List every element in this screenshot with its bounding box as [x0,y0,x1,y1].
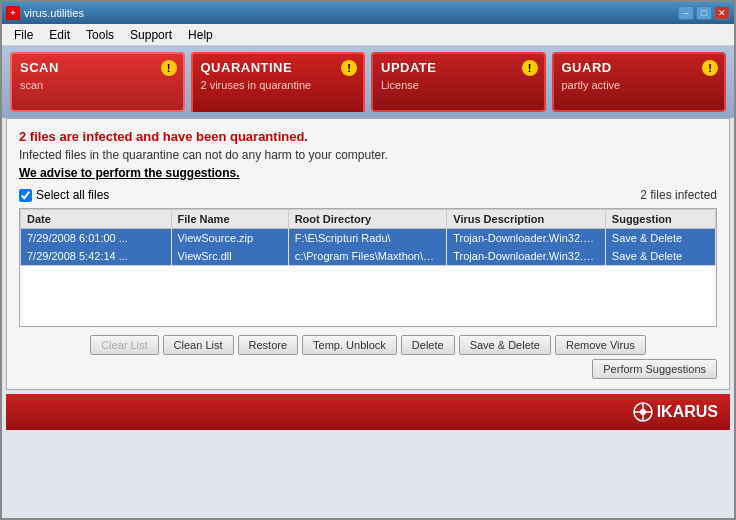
button-row-1: Clear List Clean List Restore Temp. Unbl… [19,335,717,355]
table-header-row: Date File Name Root Directory Virus Desc… [21,210,716,229]
nav-panel: SCAN scan ! QUARANTINE 2 viruses in quar… [2,46,734,118]
col-date: Date [21,210,172,229]
table-row[interactable]: 7/29/2008 6:01:00 ... ViewSource.zip F:\… [21,229,716,248]
menu-help[interactable]: Help [180,26,221,44]
delete-button[interactable]: Delete [401,335,455,355]
table-row[interactable]: 7/29/2008 5:42:14 ... ViewSrc.dll c:\Pro… [21,247,716,266]
menu-file[interactable]: File [6,26,41,44]
content-area: 2 files are infected and have been quara… [6,118,730,390]
save-delete-button[interactable]: Save & Delete [459,335,551,355]
bottom-bar: IKARUS [6,394,730,430]
cell-virus: Trojan-Downloader.Win32.Age... [447,229,606,248]
app-icon: + [6,6,20,20]
select-all-label[interactable]: Select all files [19,188,109,202]
ikarus-brand: IKARUS [633,402,718,422]
select-row: Select all files 2 files infected [19,188,717,202]
window-title: virus.utilities [24,7,84,19]
col-virus: Virus Description [447,210,606,229]
guard-title: GUARD [562,60,717,75]
table-empty-space [20,266,716,326]
nav-card-guard[interactable]: GUARD partly active ! [552,52,727,112]
title-bar-left: + virus.utilities [6,6,84,20]
update-subtitle: License [381,79,536,91]
quarantine-warn-icon: ! [341,60,357,76]
ikarus-name: IKARUS [657,403,718,421]
update-warn-icon: ! [522,60,538,76]
select-all-checkbox[interactable] [19,189,32,202]
col-filename: File Name [171,210,288,229]
top-area: SCAN scan ! QUARANTINE 2 viruses in quar… [2,46,734,118]
alert-line2: Infected files in the quarantine can not… [19,148,717,162]
clear-list-button[interactable]: Clear List [90,335,158,355]
menu-tools[interactable]: Tools [78,26,122,44]
ikarus-logo-icon [633,402,653,422]
minimize-button[interactable]: – [678,6,694,20]
cell-suggestion: Save & Delete [605,229,715,248]
button-row-2: Perform Suggestions [19,359,717,379]
select-all-text: Select all files [36,188,109,202]
scan-warn-icon: ! [161,60,177,76]
remove-virus-button[interactable]: Remove Virus [555,335,646,355]
guard-subtitle: partly active [562,79,717,91]
maximize-button[interactable]: □ [696,6,712,20]
close-button[interactable]: ✕ [714,6,730,20]
advise-text: We advise to perform the suggestions. [19,166,717,180]
cell-date: 7/29/2008 5:42:14 ... [21,247,172,266]
nav-card-quarantine[interactable]: QUARANTINE 2 viruses in quarantine ! [191,52,366,112]
title-bar: + virus.utilities – □ ✕ [2,2,734,24]
menu-support[interactable]: Support [122,26,180,44]
temp-unblock-button[interactable]: Temp. Unblock [302,335,397,355]
nav-card-update[interactable]: UPDATE License ! [371,52,546,112]
file-table: Date File Name Root Directory Virus Desc… [20,209,716,266]
alert-line1: 2 files are infected and have been quara… [19,129,717,144]
quarantine-title: QUARANTINE [201,60,356,75]
files-infected-count: 2 files infected [640,188,717,202]
title-bar-controls: – □ ✕ [678,6,730,20]
col-root: Root Directory [288,210,447,229]
nav-card-scan[interactable]: SCAN scan ! [10,52,185,112]
cell-filename: ViewSource.zip [171,229,288,248]
scan-subtitle: scan [20,79,175,91]
cell-root: F:\E\Scripturi Radu\ [288,229,447,248]
menu-edit[interactable]: Edit [41,26,78,44]
guard-warn-icon: ! [702,60,718,76]
perform-suggestions-button[interactable]: Perform Suggestions [592,359,717,379]
cell-filename: ViewSrc.dll [171,247,288,266]
scan-title: SCAN [20,60,175,75]
cell-suggestion: Save & Delete [605,247,715,266]
col-suggestion: Suggestion [605,210,715,229]
menu-bar: File Edit Tools Support Help [2,24,734,46]
cell-date: 7/29/2008 6:01:00 ... [21,229,172,248]
app-window: + virus.utilities – □ ✕ File Edit Tools … [0,0,736,520]
restore-button[interactable]: Restore [238,335,299,355]
file-table-wrapper: Date File Name Root Directory Virus Desc… [19,208,717,327]
update-title: UPDATE [381,60,536,75]
file-table-body: 7/29/2008 6:01:00 ... ViewSource.zip F:\… [21,229,716,266]
cell-root: c:\Program Files\Maxthon\Plu... [288,247,447,266]
quarantine-subtitle: 2 viruses in quarantine [201,79,356,91]
clean-list-button[interactable]: Clean List [163,335,234,355]
cell-virus: Trojan-Downloader.Win32.Age... [447,247,606,266]
